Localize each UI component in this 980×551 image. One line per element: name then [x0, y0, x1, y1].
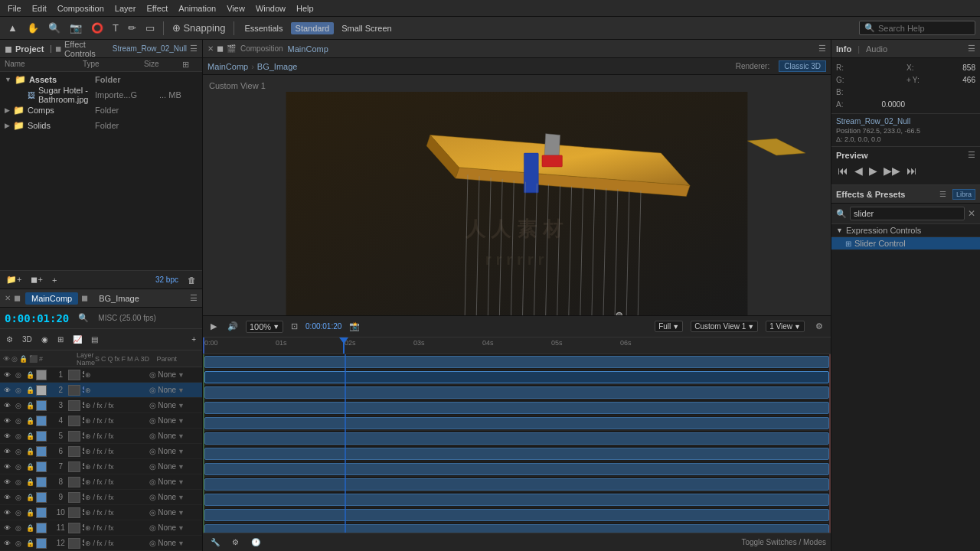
menu-effect[interactable]: Effect	[142, 2, 172, 15]
draft-3d-btn[interactable]: 3D	[19, 334, 35, 345]
lock-icon[interactable]: 🔒	[24, 507, 35, 518]
frame-blending-btn[interactable]: ⊞	[54, 334, 67, 345]
lock-icon[interactable]: 🔒	[24, 400, 35, 411]
bgimage-tab[interactable]: BG_Image	[93, 292, 145, 305]
table-row[interactable]: 👁 ◎ 🔒 6 Stream_Row_02_008 ⊛ / fx / fx ◎ …	[0, 444, 202, 459]
breadcrumb-bg[interactable]: BG_Image	[257, 62, 298, 71]
info-panel-menu[interactable]: ☰	[968, 44, 975, 54]
timeline-track[interactable]	[203, 477, 831, 492]
delete-btn[interactable]: 🗑	[185, 274, 199, 286]
timeline-track[interactable]	[203, 507, 831, 523]
solo-icon[interactable]: ◎	[13, 477, 24, 487]
eye-icon[interactable]: 👁	[2, 385, 12, 396]
hand-tool-btn[interactable]: ✋	[24, 21, 42, 35]
comp-panel-menu[interactable]: ☰	[818, 44, 826, 54]
lock-icon[interactable]: 🔒	[24, 538, 35, 549]
table-row[interactable]: 👁 ◎ 🔒 4 Stream_Row_02_010 ⊛ / fx / fx ◎ …	[0, 413, 202, 429]
new-folder-btn[interactable]: 📁+	[3, 273, 24, 286]
fx-btn[interactable]: / fx	[104, 524, 115, 532]
lock-icon[interactable]: 🔒	[24, 492, 35, 503]
view-option-selector[interactable]: Custom View 1 ▼	[691, 321, 758, 332]
view-count-selector[interactable]: 1 View ▼	[766, 321, 805, 332]
effects-search-input[interactable]	[850, 207, 965, 220]
text-tool-btn[interactable]: T	[109, 21, 122, 35]
table-row[interactable]: 👁 ◎ 🔒 12 Stream_Row_02_002 ⊛ / fx / fx ◎…	[0, 536, 202, 551]
shy-btn[interactable]: ⊛	[84, 386, 92, 394]
shy-btn[interactable]: ⊛	[84, 417, 92, 425]
solo-icon[interactable]: ◎	[13, 385, 24, 396]
lock-icon[interactable]: 🔒	[24, 461, 35, 472]
timeline-track[interactable]	[203, 461, 831, 477]
orbit-tool-btn[interactable]: ⭕	[88, 21, 106, 35]
shape-tool-btn[interactable]: ▭	[142, 21, 158, 35]
eye-icon[interactable]: 👁	[2, 492, 12, 503]
snapshot-btn[interactable]: 📸	[346, 320, 363, 333]
timeline-track[interactable]	[203, 354, 831, 370]
lock-icon[interactable]: 🔒	[24, 370, 35, 380]
lock-icon[interactable]: 🔒	[24, 385, 35, 396]
eye-icon[interactable]: 👁	[2, 507, 12, 518]
timeline-track[interactable]	[203, 523, 831, 533]
tl-tools-btn[interactable]: 🔧	[207, 536, 223, 548]
close-comp-btn[interactable]: ✕	[207, 44, 214, 53]
close-tab-btn[interactable]: ✕	[5, 294, 11, 302]
table-row[interactable]: 👁 ◎ 🔒 8 Stream_Row_02_006 ⊛ / fx / fx ◎ …	[0, 474, 202, 490]
project-menu-btn[interactable]: ☰	[190, 44, 198, 54]
first-frame-btn[interactable]: ⏮	[836, 163, 850, 178]
solo-icon[interactable]: ◎	[13, 507, 24, 518]
eye-icon[interactable]: 👁	[2, 461, 12, 472]
zoom-selector[interactable]: 100% ▼	[246, 321, 283, 333]
graph-editor-btn[interactable]: 📈	[70, 334, 85, 345]
fx-btn[interactable]: / fx	[104, 417, 115, 425]
viewer-options-btn[interactable]: ⚙	[812, 320, 826, 333]
small-screen-workspace[interactable]: Small Screen	[337, 22, 396, 34]
menu-edit[interactable]: Edit	[28, 2, 51, 15]
menu-window[interactable]: Window	[251, 2, 290, 15]
menu-help[interactable]: Help	[292, 2, 318, 15]
render-queue-btn[interactable]: ▤	[88, 334, 101, 345]
solo-icon[interactable]: ◎	[13, 538, 24, 549]
add-layer-btn[interactable]: +	[188, 334, 199, 345]
lock-icon[interactable]: 🔒	[24, 416, 35, 426]
timeline-track[interactable]	[203, 492, 831, 507]
list-item[interactable]: ▶ 📁 Solids Folder	[0, 118, 202, 133]
timeline-track[interactable]	[203, 446, 831, 461]
timeline-track[interactable]	[203, 370, 831, 385]
timeline-track[interactable]	[203, 385, 831, 400]
solo-icon[interactable]: ◎	[13, 492, 24, 503]
table-row[interactable]: 👁 ◎ 🔒 2 Stream_Row_02_Null ⊛ ◎ None ▼	[0, 383, 202, 398]
table-row[interactable]: 👁 ◎ 🔒 11 Stream_Row_02_003 ⊛ / fx / fx ◎…	[0, 520, 202, 536]
effects-category-expression[interactable]: ▼ Expression Controls	[831, 224, 980, 237]
effects-menu-btn[interactable]: ☰	[939, 190, 946, 198]
lock-icon[interactable]: 🔒	[24, 446, 35, 457]
renderer-value[interactable]: Classic 3D	[779, 60, 826, 72]
shy-btn[interactable]: ⊛	[84, 448, 92, 455]
timeline-menu-btn[interactable]: ☰	[190, 293, 198, 303]
menu-composition[interactable]: Composition	[53, 2, 109, 15]
shy-btn[interactable]: ⊛	[84, 463, 92, 471]
snapping-btn[interactable]: ⊕ Snapping	[169, 21, 229, 35]
solo-icon[interactable]: ◎	[13, 523, 24, 533]
audio-btn[interactable]: 🔊	[224, 320, 241, 333]
fx-btn[interactable]: / fx	[104, 478, 115, 486]
comp-props-btn[interactable]: ⚙	[3, 334, 16, 345]
solo-icon[interactable]: ◎	[13, 461, 24, 472]
shy-btn[interactable]: ⊛	[84, 402, 92, 409]
eye-icon[interactable]: 👁	[2, 431, 12, 442]
quality-selector[interactable]: Full ▼	[655, 321, 683, 332]
fx-btn[interactable]: / fx	[104, 509, 115, 517]
fx-btn[interactable]: / fx	[104, 540, 115, 547]
lock-icon[interactable]: 🔒	[24, 523, 35, 533]
comp-name-tab[interactable]: MainComp	[288, 44, 328, 54]
search-help-box[interactable]: 🔍	[859, 21, 975, 35]
new-comp-btn[interactable]: ◼+	[28, 273, 45, 286]
fx-btn[interactable]: / fx	[104, 448, 115, 455]
fx-btn[interactable]: / fx	[104, 432, 115, 440]
eye-icon[interactable]: 👁	[2, 400, 12, 411]
last-frame-btn[interactable]: ⏭	[905, 163, 919, 178]
solo-icon[interactable]: ◎	[13, 416, 24, 426]
select-tool-btn[interactable]: ▲	[5, 21, 21, 35]
table-row[interactable]: 👁 ◎ 🔒 1 Stream_Control ⊛ ◎ None ▼	[0, 367, 202, 383]
shy-btn[interactable]: ⊛	[84, 540, 92, 547]
toggle-switches-label[interactable]: Toggle Switches / Modes	[741, 538, 826, 546]
